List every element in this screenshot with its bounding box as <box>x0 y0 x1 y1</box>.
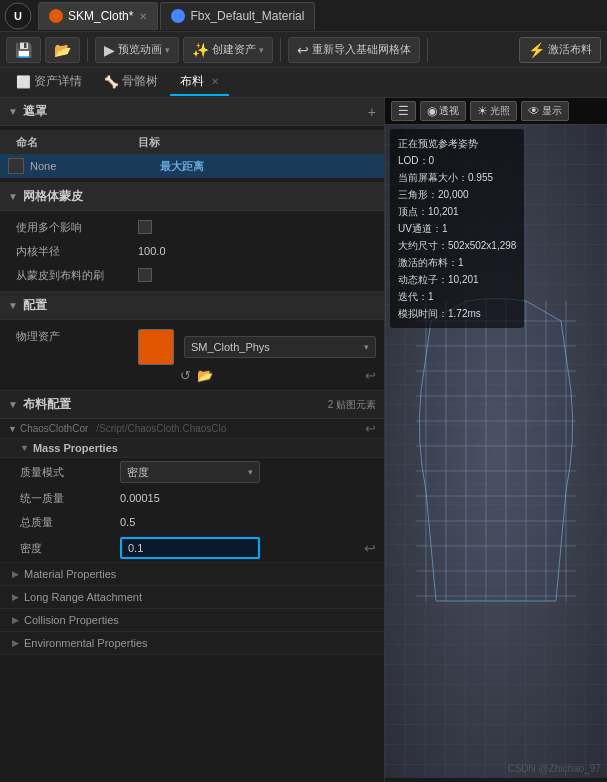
from-capsule-label: 从蒙皮到布料的刷 <box>8 268 138 283</box>
config-arrow: ▼ <box>8 300 18 311</box>
reimport-icon: ↩ <box>297 42 309 58</box>
tab-skm-close[interactable]: ✕ <box>139 11 147 22</box>
mesh-capsule-arrow: ▼ <box>8 191 18 202</box>
environmental-arrow: ▶ <box>12 638 19 648</box>
tab-skeleton[interactable]: 🦴 骨骼树 <box>94 70 168 96</box>
watermark-text: CSDN @Zhichao_97 <box>507 763 601 774</box>
info-status: 正在预览参考姿势 <box>398 135 516 152</box>
physics-asset-label: 物理资产 <box>8 329 138 344</box>
toolbar-separator-3 <box>427 38 428 62</box>
mesh-capsule-header[interactable]: ▼ 网格体蒙皮 <box>0 183 384 211</box>
cloth-config-arrow: ▼ <box>8 399 18 410</box>
main-toolbar: 💾 📂 ▶ 预览动画 ▾ ✨ 创建资产 ▾ ↩ 重新导入基础网格体 ⚡ 激活布料 <box>0 32 607 68</box>
inner-radius-row: 内核半径 100.0 <box>0 239 384 263</box>
activate-cloth-button[interactable]: ⚡ 激活布料 <box>519 37 601 63</box>
path-reset-icon[interactable]: ↩ <box>365 421 376 436</box>
display-button[interactable]: 👁 显示 <box>521 101 569 121</box>
long-range-title: Long Range Attachment <box>24 591 142 603</box>
create-asset-button[interactable]: ✨ 创建资产 ▾ <box>183 37 273 63</box>
tab-asset-detail[interactable]: ⬜ 资产详情 <box>6 70 92 96</box>
info-uv: UV通道：1 <box>398 220 516 237</box>
total-mass-value: 0.5 <box>120 516 376 528</box>
from-capsule-row: 从蒙皮到布料的刷 <box>0 263 384 287</box>
info-iterations-text: 迭代：1 <box>398 291 434 302</box>
hamburger-button[interactable]: ☰ <box>391 101 416 121</box>
environmental-title: Environmental Properties <box>24 637 148 649</box>
cloth-config-header[interactable]: ▼ 布料配置 2 贴图元素 <box>0 391 384 419</box>
reimport-label: 重新导入基础网格体 <box>312 42 411 57</box>
masking-arrow-icon: ▼ <box>8 106 18 117</box>
tab-skm-cloth[interactable]: SKM_Cloth* ✕ <box>38 2 158 30</box>
info-triangles: 三角形：20,000 <box>398 186 516 203</box>
mass-props-title: Mass Properties <box>33 442 118 454</box>
masking-section-header[interactable]: ▼ 遮罩 + <box>0 98 384 126</box>
physics-browse-icon[interactable]: 📂 <box>197 368 213 383</box>
long-range-arrow: ▶ <box>12 592 19 602</box>
physics-asset-controls: SM_Cloth_Phys ▾ ↺ 📂 ↩ <box>138 329 376 383</box>
preview-anim-arrow: ▾ <box>165 45 170 55</box>
perspective-button[interactable]: ◉ 透视 <box>420 101 466 121</box>
masking-checkbox[interactable] <box>8 158 24 174</box>
material-properties-arrow: ▶ <box>12 569 19 579</box>
physics-swatch[interactable] <box>138 329 174 365</box>
info-sim-time-text: 模拟时间：1.72ms <box>398 308 481 319</box>
cloth-path-row: ▼ ChaosClothCor /Script/ChaosCloth.Chaos… <box>0 419 384 439</box>
path-left: ChaosClothCor <box>20 423 88 434</box>
tab-fbx-material[interactable]: Fbx_Default_Material <box>160 2 315 30</box>
perspective-icon: ◉ <box>427 104 437 118</box>
lighting-button[interactable]: ☀ 光照 <box>470 101 517 121</box>
viewport-toolbar: ☰ ◉ 透视 ☀ 光照 👁 显示 <box>385 98 607 124</box>
use-multi-row: 使用多个影响 <box>0 215 384 239</box>
masking-row-1[interactable]: None 最大距离 <box>0 154 384 178</box>
mass-mode-dropdown[interactable]: 密度 ▾ <box>120 461 260 483</box>
long-range-section[interactable]: ▶ Long Range Attachment <box>0 586 384 609</box>
from-capsule-checkbox[interactable] <box>138 268 152 282</box>
mass-props-header[interactable]: ▼ Mass Properties <box>0 439 384 458</box>
config-section-header[interactable]: ▼ 配置 <box>0 292 384 320</box>
cloth-svg <box>406 291 586 611</box>
masking-add-icon[interactable]: + <box>368 104 376 120</box>
title-bar: U SKM_Cloth* ✕ Fbx_Default_Material <box>0 0 607 32</box>
info-vertices-text: 顶点：10,201 <box>398 206 459 217</box>
masking-col1-header: 命名 <box>8 135 138 150</box>
preview-anim-button[interactable]: ▶ 预览动画 ▾ <box>95 37 179 63</box>
masking-row1-target: 最大距离 <box>160 159 376 174</box>
total-mass-label: 总质量 <box>20 515 120 530</box>
physics-refresh-icon[interactable]: ↺ <box>180 368 191 383</box>
reimport-button[interactable]: ↩ 重新导入基础网格体 <box>288 37 420 63</box>
density-input[interactable] <box>120 537 260 559</box>
mass-mode-row: 质量模式 密度 ▾ <box>12 458 384 486</box>
use-multi-checkbox[interactable] <box>138 220 152 234</box>
physics-reset-icon[interactable]: ↩ <box>365 368 376 383</box>
path-collapse-arrow[interactable]: ▼ <box>8 424 17 434</box>
unreal-logo: U <box>4 2 32 30</box>
masking-row1-name: None <box>30 160 160 172</box>
material-properties-section[interactable]: ▶ Material Properties <box>0 563 384 586</box>
info-sim-time: 模拟时间：1.72ms <box>398 305 516 322</box>
config-props: 物理资产 SM_Cloth_Phys ▾ ↺ 📂 ↩ <box>0 320 384 390</box>
masking-table: 命名 目标 None 最大距离 <box>0 126 384 182</box>
environmental-section[interactable]: ▶ Environmental Properties <box>0 632 384 655</box>
info-lod-text: LOD：0 <box>398 155 434 166</box>
fbx-tab-icon <box>171 9 185 23</box>
toolbar-separator-1 <box>87 38 88 62</box>
display-icon: 👁 <box>528 104 540 118</box>
collision-section[interactable]: ▶ Collision Properties <box>0 609 384 632</box>
viewport: ☰ ◉ 透视 ☀ 光照 👁 显示 <box>385 98 607 782</box>
physics-dropdown[interactable]: SM_Cloth_Phys ▾ <box>184 336 376 358</box>
save-button[interactable]: 💾 <box>6 37 41 63</box>
tab-cloth[interactable]: 布料 ✕ <box>170 70 229 96</box>
cloth-tab-close[interactable]: ✕ <box>211 76 219 87</box>
watermark: CSDN @Zhichao_97 <box>507 763 601 774</box>
browse-button[interactable]: 📂 <box>45 37 80 63</box>
density-row: 密度 ↩ <box>12 534 384 562</box>
main-area: ▼ 遮罩 + 命名 目标 None 最大距离 ▼ 网格体蒙皮 使用多个影响 <box>0 98 607 782</box>
density-reset-icon[interactable]: ↩ <box>364 540 376 556</box>
cloth-config-info: 2 贴图元素 <box>328 398 376 412</box>
left-panel: ▼ 遮罩 + 命名 目标 None 最大距离 ▼ 网格体蒙皮 使用多个影响 <box>0 98 385 782</box>
info-size: 大约尺寸：502x502x1,298 <box>398 237 516 254</box>
info-dynamic-particles-text: 动态粒子：10,201 <box>398 274 479 285</box>
info-triangles-text: 三角形：20,000 <box>398 189 469 200</box>
activate-label: 激活布料 <box>548 42 592 57</box>
info-size-text: 大约尺寸：502x502x1,298 <box>398 240 516 251</box>
